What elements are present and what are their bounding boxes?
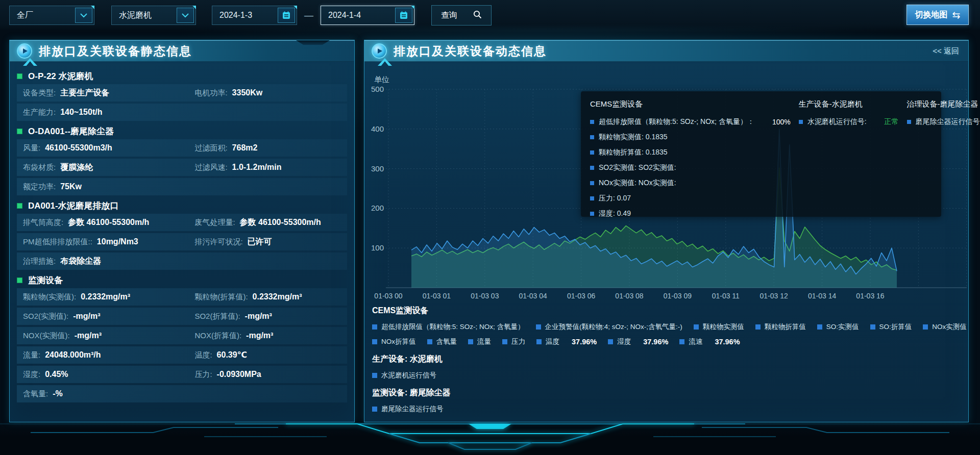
legend-item[interactable]: NOx实测值 <box>923 322 967 332</box>
legend-label: 颗粒物折算值 <box>765 322 806 332</box>
svg-text:01-03 16: 01-03 16 <box>856 292 884 300</box>
tooltip-item: 磨尾除尘器运行信号:故障 <box>907 117 980 127</box>
field-label: 温度: <box>194 350 212 360</box>
info-cell: PM超低排排放限值::10mg/Nm3 <box>23 237 194 247</box>
svg-text:01-03 01: 01-03 01 <box>423 292 451 300</box>
info-row: 生产能力:140~150t/h <box>17 104 347 121</box>
legend-marker-icon <box>468 339 473 344</box>
field-label: 湿度: <box>23 370 40 380</box>
field-label: 排污许可状况: <box>194 237 242 247</box>
legend-item[interactable]: 湿度37.96% <box>608 337 668 346</box>
dashboard-background: { "topbar": { "plant_select": "全厂", "dev… <box>0 0 980 455</box>
y-axis-unit-label: 单位 <box>374 75 389 85</box>
legend-item[interactable]: SO:折算值 <box>870 322 912 332</box>
svg-text:01-03 11: 01-03 11 <box>712 292 740 300</box>
legend-item[interactable]: 水泥磨机运行信号 <box>372 371 436 380</box>
tooltip-item: SO2实测值: SO2实测值: <box>590 163 791 172</box>
tooltip-item: 湿度: 0.49 <box>590 209 791 218</box>
legend-marker-icon <box>679 339 684 344</box>
switch-map-label: 切换地图 <box>915 10 948 20</box>
top-filter-bar: 全厂 水泥磨机 2024-1-3 — 2024-1-4 查询 <box>0 0 980 31</box>
switch-map-button[interactable]: 切换地图 ⇆ <box>906 5 969 25</box>
legend-item[interactable]: 磨尾除尘器运行信号 <box>372 405 444 414</box>
field-value: 布袋除尘器 <box>60 256 101 267</box>
legend-value: 37.96% <box>715 338 740 346</box>
search-icon <box>473 10 482 21</box>
query-button[interactable]: 查询 <box>431 5 492 26</box>
tooltip-marker-icon <box>590 212 594 216</box>
static-panel-title: 排放口及关联设备静态信息 <box>39 43 192 59</box>
date-end-input[interactable]: 2024-1-4 <box>321 6 414 25</box>
svg-text:01-03 03: 01-03 03 <box>471 292 499 300</box>
tooltip-item-label: SO2实测值: SO2实测值: <box>599 163 676 172</box>
info-cell: 压力:-0.0930MPa <box>194 370 341 380</box>
query-button-label: 查询 <box>441 10 457 21</box>
info-cell: 风量:46100-55300m3/h <box>23 143 194 153</box>
legend-item[interactable]: 流量 <box>468 337 491 346</box>
legend-item[interactable]: NOx折算值 <box>372 337 416 346</box>
field-value: 参数 46100-55300m/h <box>240 217 321 228</box>
legend-item[interactable]: 超低排放限值（颗粒物:5: SOz-; NOx; 含氧量） <box>372 322 525 332</box>
field-label: 排气筒高度: <box>23 218 63 228</box>
field-label: 过滤风速: <box>194 163 227 172</box>
section-header: O-DA001--磨尾除尘器 <box>17 123 347 139</box>
field-label: 生产能力: <box>23 108 56 117</box>
tooltip-item: 颗粒物实测值: 0.1835 <box>590 133 791 142</box>
info-cell: 过滤面积:768m2 <box>194 143 341 153</box>
tooltip-item: 超低排放限值（颗粒物:5: SOz-; NOx; 含氧量）：100% <box>590 117 791 127</box>
legend-marker-icon <box>536 324 541 330</box>
tooltip-marker-icon <box>590 150 594 155</box>
device-select[interactable]: 水泥磨机 <box>111 6 196 25</box>
legend-item[interactable]: 温度37.96% <box>536 337 597 346</box>
calendar-icon[interactable] <box>278 8 295 23</box>
legend-label: 含氧量 <box>436 337 457 346</box>
legend-label: NOx折算值 <box>381 337 416 346</box>
legend-marker-icon <box>372 324 377 330</box>
field-label: 流量: <box>23 350 40 360</box>
legend-item[interactable]: 颗粒物实测值 <box>694 322 744 332</box>
info-cell: 温度:60.39℃ <box>194 350 341 360</box>
legend-item[interactable]: 含氧量 <box>427 337 457 346</box>
tooltip-marker-icon <box>799 120 803 124</box>
static-info-panel: 排放口及关联设备静态信息 O-P-22 水泥磨机设备类型:主要生产设备电机功率:… <box>9 40 355 422</box>
field-label: 过滤面积: <box>194 143 227 153</box>
tooltip-item: 水泥磨机运行信号:正常 <box>799 117 899 127</box>
field-label: 颗粒物(实测值): <box>23 292 76 302</box>
field-value: 10mg/Nm3 <box>97 237 138 246</box>
legend-marker-icon <box>536 339 542 344</box>
field-label: PM超低排排放限值:: <box>23 237 92 247</box>
info-cell: 颗粒物(折算值):0.2332mg/m³ <box>194 292 341 302</box>
legend-item[interactable]: 企业预警值(颗粒物:4; sOz-; NOx-;含氧气量:-) <box>536 322 682 332</box>
info-cell: 设备类型:主要生产设备 <box>23 88 194 98</box>
tooltip-marker-icon <box>590 196 594 200</box>
svg-text:01-03 12: 01-03 12 <box>760 292 788 300</box>
field-label: 额定功率: <box>23 182 56 192</box>
tooltip-item-label: 压力: 0.07 <box>599 194 631 203</box>
legend-item[interactable]: 流速37.96% <box>679 337 740 346</box>
plant-select[interactable]: 全厂 <box>9 6 94 25</box>
field-value: 参数 46100-55300m/h <box>68 217 149 228</box>
back-link[interactable]: << 返回 <box>933 46 959 56</box>
date-start-input[interactable]: 2024-1-3 <box>212 6 297 25</box>
field-label: 风量: <box>23 143 40 153</box>
info-row: 布袋材质:覆膜涤纶过滤风速:1.0-1.2m/min <box>17 159 347 176</box>
tooltip-item-label: NOx实测值: NOx实测值: <box>599 179 676 188</box>
field-label: 设备类型: <box>23 88 56 98</box>
svg-text:01-03 04: 01-03 04 <box>519 292 547 300</box>
legend-marker-icon <box>694 324 699 330</box>
chevron-down-icon[interactable] <box>75 8 92 23</box>
field-label: 含氧量: <box>23 389 48 399</box>
legend-item[interactable]: 颗粒物折算值 <box>755 322 806 332</box>
legend-marker-icon <box>608 339 613 344</box>
tooltip-marker-icon <box>907 120 911 124</box>
field-value: 0.2332mg/m³ <box>253 292 302 301</box>
field-value: 1.0-1.2m/min <box>232 163 282 172</box>
bullet-square-icon <box>17 277 22 283</box>
tooltip-item: 颗粒物折算值: 0.1835 <box>590 148 791 157</box>
tooltip-item-label: 湿度: 0.49 <box>599 209 631 218</box>
calendar-icon[interactable] <box>395 8 412 23</box>
legend-item[interactable]: SO:实测值 <box>817 322 859 332</box>
legend-label: 颗粒物实测值 <box>703 322 744 332</box>
legend-item[interactable]: 压力 <box>502 337 525 346</box>
chevron-down-icon[interactable] <box>177 8 194 23</box>
